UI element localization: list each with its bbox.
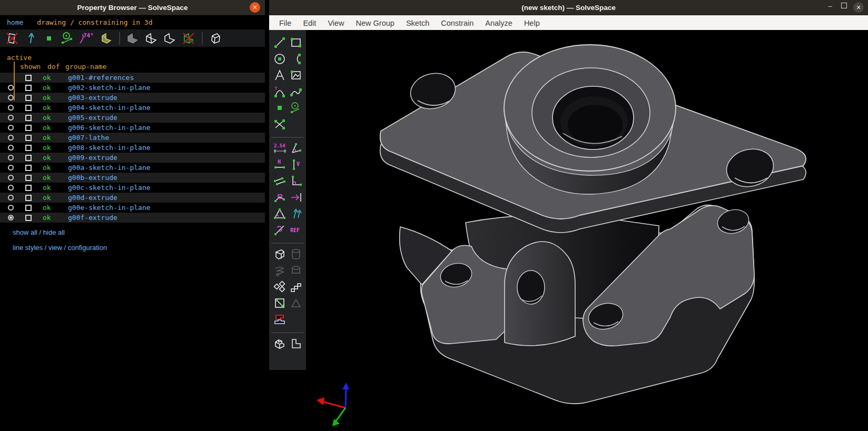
menu-new-group[interactable]: New Group (350, 19, 400, 27)
construction-icon[interactable] (290, 102, 302, 114)
rotate-copies-icon[interactable] (273, 280, 286, 293)
group-name-link[interactable]: g00e-sketch-in-plane (68, 204, 151, 212)
nearest-iso-icon[interactable] (273, 337, 286, 350)
angle-icon[interactable] (290, 142, 302, 155)
group-row[interactable]: okg00d-extrude (0, 193, 265, 203)
group-row[interactable]: okg003-extrude (0, 93, 265, 103)
circle-icon[interactable] (273, 53, 286, 65)
group-row[interactable]: okg00b-extrude (0, 173, 265, 183)
shown-checkbox[interactable] (25, 155, 32, 161)
group-row[interactable]: okg009-extrude (0, 153, 265, 163)
translate-copies-icon[interactable] (290, 280, 302, 293)
occluded-icon[interactable] (209, 32, 222, 45)
active-radio[interactable] (0, 85, 21, 91)
distance-icon[interactable]: 2.54 (273, 142, 286, 155)
group-row[interactable]: okg007-lathe (0, 133, 265, 143)
nav-home-link[interactable]: home (7, 18, 23, 26)
group-row[interactable]: okg006-sketch-in-plane (0, 123, 265, 133)
shown-checkbox[interactable] (25, 165, 32, 171)
menu-file[interactable]: File (273, 19, 297, 27)
shown-checkbox[interactable] (25, 175, 32, 181)
extrude-icon[interactable] (273, 248, 286, 260)
active-radio[interactable] (0, 95, 21, 101)
text-icon[interactable] (273, 69, 286, 82)
active-radio[interactable] (0, 175, 21, 181)
group-row[interactable]: okg00c-sketch-in-plane (0, 183, 265, 193)
rectangle-icon[interactable] (290, 36, 302, 49)
shown-checkbox[interactable] (25, 145, 32, 151)
group-row[interactable]: okg00a-sketch-in-plane (0, 163, 265, 173)
shown-checkbox[interactable] (25, 215, 32, 221)
bezier-icon[interactable]: T (273, 85, 286, 98)
maximize-button[interactable] (840, 2, 848, 13)
shown-checkbox[interactable] (25, 75, 32, 81)
reference-icon[interactable]: REF (290, 224, 302, 236)
group-name-link[interactable]: g005-extrude (68, 114, 117, 122)
group-row[interactable]: okg00f-extrude (0, 213, 265, 223)
split-curves-icon[interactable] (273, 118, 286, 131)
group-row[interactable]: okg005-extrude (0, 113, 265, 123)
group-row[interactable]: okg001-#references (0, 73, 265, 83)
group-row[interactable]: okg004-sketch-in-plane (0, 103, 265, 113)
group-name-link[interactable]: g00d-extrude (68, 194, 117, 202)
outlines-icon[interactable] (163, 32, 176, 45)
shown-checkbox[interactable] (25, 115, 32, 121)
active-radio[interactable] (0, 115, 21, 121)
equal-icon[interactable] (273, 207, 286, 220)
group-name-link[interactable]: g001-#references (68, 74, 134, 82)
normals-icon[interactable] (24, 32, 37, 45)
shown-checkbox[interactable] (25, 95, 32, 101)
3d-viewport[interactable]: T 2.54 H V (269, 30, 868, 431)
active-radio[interactable] (0, 105, 21, 111)
symmetric-icon[interactable] (290, 191, 302, 204)
spline-icon[interactable] (290, 85, 302, 98)
group-name-link[interactable]: g00c-sketch-in-plane (68, 184, 151, 192)
group-name-link[interactable]: g002-sketch-in-plane (68, 84, 151, 92)
points-icon[interactable] (42, 32, 56, 45)
group-name-link[interactable]: g00f-extrude (68, 214, 117, 222)
active-radio[interactable] (0, 205, 21, 211)
menu-help[interactable]: Help (518, 19, 546, 27)
minimize-button[interactable]: – (826, 2, 834, 13)
mesh-icon[interactable] (181, 32, 196, 45)
group-name-link[interactable]: g004-sketch-in-plane (68, 104, 151, 112)
show-hide-all-link[interactable]: show all / hide all (13, 228, 65, 236)
arc-icon[interactable] (290, 53, 302, 65)
link-icon[interactable] (273, 313, 286, 326)
menu-constrain[interactable]: Constrain (435, 19, 479, 27)
constraints-icon[interactable]: 74° (79, 32, 95, 45)
shown-checkbox[interactable] (25, 135, 32, 141)
styles-view-config-link[interactable]: line styles / view / configuration (13, 244, 107, 252)
datum-point-icon[interactable] (273, 102, 286, 114)
shown-checkbox[interactable] (25, 85, 32, 91)
nearest-ortho-icon[interactable] (290, 337, 302, 350)
shown-checkbox[interactable] (25, 205, 32, 211)
active-radio[interactable] (0, 215, 21, 220)
pb-close-button[interactable]: ✕ (250, 2, 260, 13)
active-radio[interactable] (0, 195, 21, 201)
line-segment-icon[interactable] (273, 36, 286, 49)
group-row[interactable]: okg00e-sketch-in-plane (0, 203, 265, 213)
shaded-icon[interactable] (126, 32, 140, 45)
perpendicular-icon[interactable] (290, 175, 302, 187)
same-orientation-icon[interactable] (290, 207, 302, 220)
group-row[interactable]: okg002-sketch-in-plane (0, 83, 265, 93)
group-row[interactable]: okg008-sketch-in-plane (0, 143, 265, 153)
image-icon[interactable] (290, 69, 302, 82)
active-radio[interactable] (0, 125, 21, 131)
shown-checkbox[interactable] (25, 185, 32, 191)
midpoint-icon[interactable] (273, 191, 286, 204)
menu-view[interactable]: View (322, 19, 350, 27)
parallel-icon[interactable] (273, 175, 286, 187)
group-name-link[interactable]: g00b-extrude (68, 174, 117, 182)
other-angle-icon[interactable] (273, 224, 286, 236)
construction-icon[interactable] (61, 32, 74, 45)
new-sketch-icon[interactable] (273, 297, 286, 309)
vertical-icon[interactable]: V (290, 158, 302, 171)
group-name-link[interactable]: g00a-sketch-in-plane (68, 164, 151, 172)
helix-icon[interactable] (273, 264, 286, 277)
faces-icon[interactable] (100, 32, 113, 45)
group-name-link[interactable]: g007-lathe (68, 134, 109, 142)
group-name-link[interactable]: g006-sketch-in-plane (68, 124, 151, 132)
horizontal-icon[interactable]: H (273, 158, 286, 171)
